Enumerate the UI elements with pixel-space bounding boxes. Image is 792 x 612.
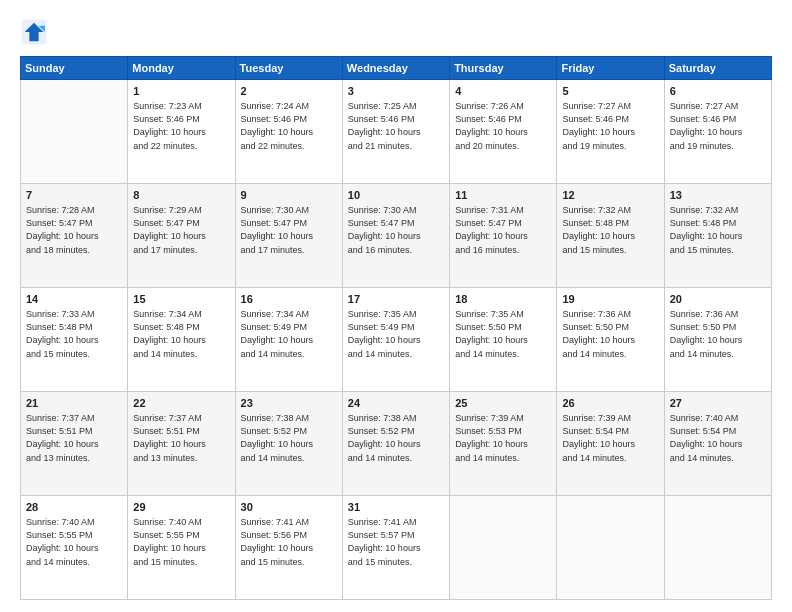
calendar-cell: 26Sunrise: 7:39 AM Sunset: 5:54 PM Dayli… bbox=[557, 392, 664, 496]
day-number: 21 bbox=[26, 396, 122, 411]
day-number: 13 bbox=[670, 188, 766, 203]
calendar-cell: 20Sunrise: 7:36 AM Sunset: 5:50 PM Dayli… bbox=[664, 288, 771, 392]
day-number: 15 bbox=[133, 292, 229, 307]
calendar-cell: 11Sunrise: 7:31 AM Sunset: 5:47 PM Dayli… bbox=[450, 184, 557, 288]
calendar-cell bbox=[557, 496, 664, 600]
day-info: Sunrise: 7:33 AM Sunset: 5:48 PM Dayligh… bbox=[26, 308, 122, 360]
calendar-cell: 28Sunrise: 7:40 AM Sunset: 5:55 PM Dayli… bbox=[21, 496, 128, 600]
day-info: Sunrise: 7:28 AM Sunset: 5:47 PM Dayligh… bbox=[26, 204, 122, 256]
calendar-cell: 27Sunrise: 7:40 AM Sunset: 5:54 PM Dayli… bbox=[664, 392, 771, 496]
day-number: 4 bbox=[455, 84, 551, 99]
day-info: Sunrise: 7:36 AM Sunset: 5:50 PM Dayligh… bbox=[562, 308, 658, 360]
day-info: Sunrise: 7:38 AM Sunset: 5:52 PM Dayligh… bbox=[241, 412, 337, 464]
calendar-cell: 18Sunrise: 7:35 AM Sunset: 5:50 PM Dayli… bbox=[450, 288, 557, 392]
day-number: 12 bbox=[562, 188, 658, 203]
day-number: 18 bbox=[455, 292, 551, 307]
calendar-cell: 23Sunrise: 7:38 AM Sunset: 5:52 PM Dayli… bbox=[235, 392, 342, 496]
calendar-cell: 16Sunrise: 7:34 AM Sunset: 5:49 PM Dayli… bbox=[235, 288, 342, 392]
day-info: Sunrise: 7:39 AM Sunset: 5:54 PM Dayligh… bbox=[562, 412, 658, 464]
day-number: 11 bbox=[455, 188, 551, 203]
calendar-cell: 12Sunrise: 7:32 AM Sunset: 5:48 PM Dayli… bbox=[557, 184, 664, 288]
day-info: Sunrise: 7:34 AM Sunset: 5:48 PM Dayligh… bbox=[133, 308, 229, 360]
calendar-cell: 10Sunrise: 7:30 AM Sunset: 5:47 PM Dayli… bbox=[342, 184, 449, 288]
day-info: Sunrise: 7:25 AM Sunset: 5:46 PM Dayligh… bbox=[348, 100, 444, 152]
day-info: Sunrise: 7:23 AM Sunset: 5:46 PM Dayligh… bbox=[133, 100, 229, 152]
calendar-cell: 17Sunrise: 7:35 AM Sunset: 5:49 PM Dayli… bbox=[342, 288, 449, 392]
day-number: 17 bbox=[348, 292, 444, 307]
day-number: 24 bbox=[348, 396, 444, 411]
day-number: 31 bbox=[348, 500, 444, 515]
day-number: 25 bbox=[455, 396, 551, 411]
day-number: 19 bbox=[562, 292, 658, 307]
calendar-cell: 14Sunrise: 7:33 AM Sunset: 5:48 PM Dayli… bbox=[21, 288, 128, 392]
day-info: Sunrise: 7:40 AM Sunset: 5:55 PM Dayligh… bbox=[26, 516, 122, 568]
day-number: 3 bbox=[348, 84, 444, 99]
calendar-cell: 5Sunrise: 7:27 AM Sunset: 5:46 PM Daylig… bbox=[557, 80, 664, 184]
day-number: 20 bbox=[670, 292, 766, 307]
calendar-cell bbox=[21, 80, 128, 184]
day-info: Sunrise: 7:31 AM Sunset: 5:47 PM Dayligh… bbox=[455, 204, 551, 256]
day-info: Sunrise: 7:38 AM Sunset: 5:52 PM Dayligh… bbox=[348, 412, 444, 464]
day-info: Sunrise: 7:24 AM Sunset: 5:46 PM Dayligh… bbox=[241, 100, 337, 152]
day-info: Sunrise: 7:37 AM Sunset: 5:51 PM Dayligh… bbox=[133, 412, 229, 464]
day-number: 28 bbox=[26, 500, 122, 515]
day-number: 2 bbox=[241, 84, 337, 99]
calendar-cell: 9Sunrise: 7:30 AM Sunset: 5:47 PM Daylig… bbox=[235, 184, 342, 288]
day-number: 23 bbox=[241, 396, 337, 411]
calendar-cell: 7Sunrise: 7:28 AM Sunset: 5:47 PM Daylig… bbox=[21, 184, 128, 288]
day-info: Sunrise: 7:30 AM Sunset: 5:47 PM Dayligh… bbox=[348, 204, 444, 256]
day-number: 6 bbox=[670, 84, 766, 99]
calendar-cell: 13Sunrise: 7:32 AM Sunset: 5:48 PM Dayli… bbox=[664, 184, 771, 288]
day-info: Sunrise: 7:41 AM Sunset: 5:56 PM Dayligh… bbox=[241, 516, 337, 568]
calendar-cell: 25Sunrise: 7:39 AM Sunset: 5:53 PM Dayli… bbox=[450, 392, 557, 496]
calendar-cell: 21Sunrise: 7:37 AM Sunset: 5:51 PM Dayli… bbox=[21, 392, 128, 496]
day-info: Sunrise: 7:37 AM Sunset: 5:51 PM Dayligh… bbox=[26, 412, 122, 464]
day-number: 10 bbox=[348, 188, 444, 203]
day-info: Sunrise: 7:41 AM Sunset: 5:57 PM Dayligh… bbox=[348, 516, 444, 568]
calendar-cell: 2Sunrise: 7:24 AM Sunset: 5:46 PM Daylig… bbox=[235, 80, 342, 184]
day-info: Sunrise: 7:40 AM Sunset: 5:55 PM Dayligh… bbox=[133, 516, 229, 568]
day-info: Sunrise: 7:35 AM Sunset: 5:49 PM Dayligh… bbox=[348, 308, 444, 360]
day-info: Sunrise: 7:34 AM Sunset: 5:49 PM Dayligh… bbox=[241, 308, 337, 360]
day-info: Sunrise: 7:32 AM Sunset: 5:48 PM Dayligh… bbox=[670, 204, 766, 256]
day-info: Sunrise: 7:26 AM Sunset: 5:46 PM Dayligh… bbox=[455, 100, 551, 152]
header bbox=[20, 18, 772, 46]
day-number: 7 bbox=[26, 188, 122, 203]
page: SundayMondayTuesdayWednesdayThursdayFrid… bbox=[0, 0, 792, 612]
weekday-header-monday: Monday bbox=[128, 57, 235, 80]
calendar-cell bbox=[664, 496, 771, 600]
day-info: Sunrise: 7:39 AM Sunset: 5:53 PM Dayligh… bbox=[455, 412, 551, 464]
weekday-header-saturday: Saturday bbox=[664, 57, 771, 80]
weekday-header-wednesday: Wednesday bbox=[342, 57, 449, 80]
weekday-header-sunday: Sunday bbox=[21, 57, 128, 80]
calendar-cell: 30Sunrise: 7:41 AM Sunset: 5:56 PM Dayli… bbox=[235, 496, 342, 600]
calendar-cell: 3Sunrise: 7:25 AM Sunset: 5:46 PM Daylig… bbox=[342, 80, 449, 184]
calendar-cell: 8Sunrise: 7:29 AM Sunset: 5:47 PM Daylig… bbox=[128, 184, 235, 288]
day-info: Sunrise: 7:27 AM Sunset: 5:46 PM Dayligh… bbox=[562, 100, 658, 152]
calendar-cell: 31Sunrise: 7:41 AM Sunset: 5:57 PM Dayli… bbox=[342, 496, 449, 600]
calendar-cell bbox=[450, 496, 557, 600]
weekday-header-thursday: Thursday bbox=[450, 57, 557, 80]
weekday-header-friday: Friday bbox=[557, 57, 664, 80]
day-info: Sunrise: 7:27 AM Sunset: 5:46 PM Dayligh… bbox=[670, 100, 766, 152]
day-number: 26 bbox=[562, 396, 658, 411]
calendar-cell: 29Sunrise: 7:40 AM Sunset: 5:55 PM Dayli… bbox=[128, 496, 235, 600]
calendar-table: SundayMondayTuesdayWednesdayThursdayFrid… bbox=[20, 56, 772, 600]
day-info: Sunrise: 7:40 AM Sunset: 5:54 PM Dayligh… bbox=[670, 412, 766, 464]
day-info: Sunrise: 7:29 AM Sunset: 5:47 PM Dayligh… bbox=[133, 204, 229, 256]
day-number: 29 bbox=[133, 500, 229, 515]
day-number: 22 bbox=[133, 396, 229, 411]
day-number: 5 bbox=[562, 84, 658, 99]
calendar-cell: 1Sunrise: 7:23 AM Sunset: 5:46 PM Daylig… bbox=[128, 80, 235, 184]
calendar-cell: 4Sunrise: 7:26 AM Sunset: 5:46 PM Daylig… bbox=[450, 80, 557, 184]
calendar-cell: 15Sunrise: 7:34 AM Sunset: 5:48 PM Dayli… bbox=[128, 288, 235, 392]
logo bbox=[20, 18, 52, 46]
day-info: Sunrise: 7:30 AM Sunset: 5:47 PM Dayligh… bbox=[241, 204, 337, 256]
day-number: 14 bbox=[26, 292, 122, 307]
calendar-cell: 24Sunrise: 7:38 AM Sunset: 5:52 PM Dayli… bbox=[342, 392, 449, 496]
weekday-header-tuesday: Tuesday bbox=[235, 57, 342, 80]
day-number: 16 bbox=[241, 292, 337, 307]
day-number: 8 bbox=[133, 188, 229, 203]
day-number: 30 bbox=[241, 500, 337, 515]
calendar-cell: 19Sunrise: 7:36 AM Sunset: 5:50 PM Dayli… bbox=[557, 288, 664, 392]
